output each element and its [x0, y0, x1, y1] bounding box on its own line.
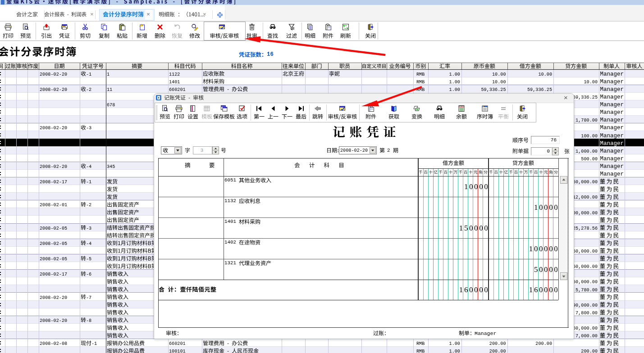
svg-text:CHI: CHI [461, 106, 463, 108]
